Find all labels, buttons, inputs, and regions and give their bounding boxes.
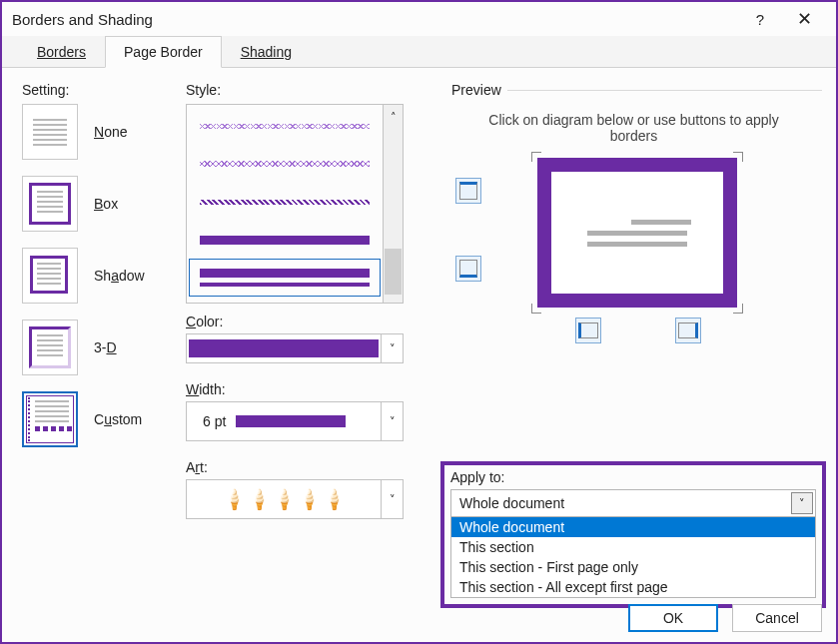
- window-title: Borders and Shading: [12, 11, 738, 28]
- setting-custom[interactable]: [22, 391, 78, 447]
- border-right-button[interactable]: [675, 318, 701, 343]
- shadow-icon: [30, 256, 70, 296]
- art-label: Art:: [186, 459, 425, 475]
- threed-icon: [29, 326, 71, 368]
- apply-to-group: Apply to: Whole document ˅ Whole documen…: [440, 461, 826, 608]
- preview-area: [445, 154, 822, 343]
- apply-to-option[interactable]: This section - All except first page: [451, 577, 815, 597]
- setting-shadow-label: Shadow: [94, 268, 145, 284]
- width-value: 6 pt: [203, 413, 226, 429]
- hatch-line-icon: [200, 200, 370, 205]
- setting-custom-label: Custom: [94, 411, 142, 427]
- preview-legend: Preview: [445, 82, 507, 98]
- dialog-footer: OK Cancel: [628, 604, 822, 632]
- style-list: ˄ ˅: [186, 104, 404, 304]
- crop-mark-icon: [729, 300, 743, 314]
- apply-to-combo[interactable]: Whole document ˅: [450, 489, 816, 517]
- setting-column: Setting: None Box: [22, 82, 186, 642]
- style-column: Style: ˄ ˅ Color:: [186, 82, 425, 642]
- zigzag-wide-icon: [200, 161, 370, 167]
- tab-page-border[interactable]: Page Border: [105, 36, 222, 68]
- style-option-zigzag-wide[interactable]: [189, 145, 381, 183]
- preview-page[interactable]: [537, 158, 737, 308]
- apply-to-option[interactable]: This section - First page only: [451, 557, 815, 577]
- crop-mark-icon: [729, 152, 743, 166]
- help-icon[interactable]: ?: [738, 11, 782, 28]
- setting-box[interactable]: [22, 176, 78, 232]
- zigzag-line-icon: [200, 124, 370, 129]
- style-scrollbar[interactable]: ˄ ˅: [383, 105, 403, 303]
- apply-to-option[interactable]: This section: [451, 537, 815, 557]
- chevron-down-icon: ˅: [390, 415, 396, 428]
- borders-and-shading-dialog: Borders and Shading ? ✕ Borders Page Bor…: [0, 0, 838, 644]
- chevron-down-icon: ˅: [799, 497, 805, 510]
- setting-none[interactable]: [22, 104, 78, 160]
- apply-to-option[interactable]: Whole document: [451, 517, 815, 537]
- tab-borders[interactable]: Borders: [18, 36, 105, 68]
- double-line-icon: [200, 269, 370, 287]
- preview-page-border: [537, 158, 737, 308]
- border-top-button[interactable]: [455, 178, 481, 204]
- apply-to-selected: Whole document: [451, 495, 789, 511]
- color-label: Color:: [186, 314, 425, 329]
- tab-strip: Borders Page Border Shading: [2, 36, 836, 68]
- scroll-thumb[interactable]: [385, 249, 402, 295]
- setting-3d-label: 3-D: [94, 339, 117, 355]
- art-dropdown-button[interactable]: ˅: [381, 480, 403, 518]
- width-dropdown-button[interactable]: ˅: [381, 402, 403, 440]
- border-bottom-button[interactable]: [455, 256, 481, 282]
- border-left-button[interactable]: [575, 318, 601, 343]
- color-dropdown[interactable]: ˅: [186, 333, 404, 363]
- setting-box-label: Box: [94, 196, 118, 212]
- cancel-button[interactable]: Cancel: [732, 604, 822, 632]
- crop-mark-icon: [531, 300, 545, 314]
- color-dropdown-button[interactable]: ˅: [381, 334, 403, 362]
- preview-group: Preview Click on diagram below or use bu…: [445, 82, 822, 343]
- setting-none-label: None: [94, 124, 127, 140]
- setting-3d[interactable]: [22, 320, 78, 375]
- scroll-up-icon[interactable]: ˄: [384, 105, 403, 129]
- setting-label: Setting:: [22, 82, 186, 98]
- close-icon[interactable]: ✕: [782, 8, 826, 30]
- style-option-zigzag[interactable]: [189, 107, 381, 145]
- thick-line-icon: [200, 236, 370, 245]
- style-label: Style:: [186, 82, 425, 98]
- tab-shading[interactable]: Shading: [222, 36, 311, 68]
- crop-mark-icon: [531, 152, 545, 166]
- color-swatch: [189, 339, 379, 357]
- width-label: Width:: [186, 381, 425, 397]
- apply-to-dropdown-button[interactable]: ˅: [791, 492, 813, 514]
- setting-shadow[interactable]: [22, 248, 78, 304]
- scroll-track[interactable]: [384, 129, 403, 279]
- chevron-down-icon: ˅: [390, 342, 396, 355]
- art-preview-icon: 🍦🍦🍦🍦🍦: [226, 491, 343, 507]
- width-dropdown[interactable]: 6 pt ˅: [186, 401, 404, 441]
- none-icon: [33, 119, 67, 146]
- style-option-double[interactable]: [189, 259, 381, 297]
- style-option-hatch[interactable]: [189, 183, 381, 221]
- style-option-solid[interactable]: [189, 221, 381, 259]
- art-dropdown[interactable]: 🍦🍦🍦🍦🍦 ˅: [186, 479, 404, 519]
- apply-to-list: Whole document This section This section…: [450, 517, 816, 598]
- width-bar-icon: [236, 415, 346, 427]
- titlebar: Borders and Shading ? ✕: [2, 2, 836, 36]
- preview-hint: Click on diagram below or use buttons to…: [445, 98, 822, 154]
- chevron-down-icon: ˅: [390, 493, 396, 506]
- ok-button[interactable]: OK: [628, 604, 718, 632]
- apply-to-label: Apply to:: [450, 469, 816, 485]
- box-icon: [29, 183, 71, 225]
- custom-icon: [28, 397, 72, 441]
